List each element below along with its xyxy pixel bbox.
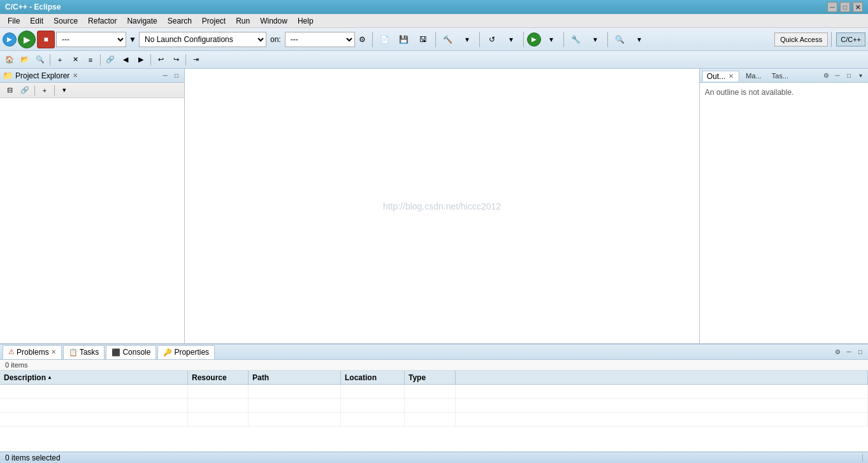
collapse-all-btn[interactable]: ⊟	[3, 83, 17, 97]
menu-edit[interactable]: Edit	[25, 15, 48, 27]
run-button[interactable]: ▶	[18, 31, 36, 48]
tasks-tab[interactable]: Tas...	[768, 71, 792, 81]
save-button[interactable]: 💾	[395, 31, 413, 48]
new-wizard-btn[interactable]: +	[38, 83, 52, 97]
stop-icon: ■	[43, 35, 48, 44]
bottom-area: ⚠ Problems ✕ 📋 Tasks ⬛ Console 🔑 Propert…	[0, 343, 868, 452]
search2-button[interactable]: 🔍	[611, 31, 629, 48]
tb2-search-btn[interactable]: 🔍	[33, 53, 47, 67]
target-dropdown[interactable]: ---	[285, 32, 355, 47]
debug-config-chevron[interactable]: ▼	[127, 31, 138, 48]
tasks-tab[interactable]: 📋 Tasks	[63, 345, 105, 359]
toolbar-separator-2	[435, 32, 436, 47]
bottom-view-menu-btn[interactable]: ⚙	[832, 347, 843, 357]
perspective-button[interactable]: C/C++	[836, 32, 865, 46]
problems-tab[interactable]: ⚠ Problems ✕	[3, 345, 62, 359]
outline-menu-btn[interactable]: ▾	[855, 71, 865, 81]
table-row	[0, 413, 868, 427]
target-settings-button[interactable]: ⚙	[356, 31, 369, 48]
panel-minimize-btn[interactable]: ─	[160, 71, 170, 81]
menu-run[interactable]: Run	[231, 15, 255, 27]
build-button[interactable]: 🔨	[439, 31, 457, 48]
debug-icon: ▶	[7, 36, 12, 43]
console-tab[interactable]: ⬛ Console	[106, 345, 156, 359]
markers-tab[interactable]: Ma...	[742, 71, 765, 81]
tb2-delete-btn[interactable]: ✕	[68, 53, 82, 67]
project-explorer-content	[0, 98, 184, 343]
outline-maximize-btn[interactable]: □	[844, 71, 854, 81]
toolbar2: 🏠 📂 🔍 + ✕ ≡ 🔗 ◀ ▶ ↩ ↪ ⇥	[0, 51, 868, 69]
save-all-button[interactable]: 🖫	[414, 31, 432, 48]
menu-navigate[interactable]: Navigate	[122, 15, 162, 27]
menu-project[interactable]: Project	[197, 15, 231, 27]
right-panel: Out... ✕ Ma... Tas... ⚙ ─ □ ▾ An outline…	[699, 69, 868, 343]
refresh-dropdown[interactable]: ▾	[502, 31, 520, 48]
problems-tab-close[interactable]: ✕	[51, 348, 56, 355]
outline-message: An outline is not available.	[705, 88, 793, 97]
tb2-last-btn[interactable]: ⇥	[189, 53, 203, 67]
close-button[interactable]: ✕	[853, 2, 863, 12]
bottom-maximize-btn[interactable]: □	[855, 347, 865, 357]
toolbar-separator-5	[563, 32, 564, 47]
project-explorer-close[interactable]: ✕	[71, 72, 79, 79]
properties-tab[interactable]: 🔑 Properties	[157, 345, 215, 359]
main-toolbar: ▶ ▶ ■ --- ▼ No Launch Configurations on:…	[0, 28, 868, 51]
status-right	[862, 454, 863, 462]
search-dropdown[interactable]: ▾	[630, 31, 648, 48]
outline-minimize-btn[interactable]: ─	[832, 71, 843, 81]
quick-access-button[interactable]: Quick Access	[774, 32, 828, 46]
external-dropdown[interactable]: ▾	[586, 31, 604, 48]
tb2-fwd-btn[interactable]: ↪	[169, 53, 183, 67]
outline-tab[interactable]: Out... ✕	[702, 71, 739, 82]
col-location[interactable]: Location	[341, 371, 405, 384]
outline-tab-close[interactable]: ✕	[727, 73, 735, 80]
col-resource[interactable]: Resource	[188, 371, 249, 384]
bottom-minimize-btn[interactable]: ─	[844, 347, 854, 357]
project-explorer-icon: 📁	[3, 71, 13, 80]
debug-config-dropdown[interactable]: ---	[56, 32, 126, 47]
problems-tab-label: Problems	[17, 348, 49, 357]
tb2-link-btn[interactable]: 🔗	[103, 53, 117, 67]
run-dropdown[interactable]: ▾	[542, 31, 560, 48]
tb2-open-btn[interactable]: 📂	[18, 53, 32, 67]
link-editor-btn[interactable]: 🔗	[18, 83, 32, 97]
panel-maximize-btn[interactable]: □	[171, 71, 182, 81]
menu-window[interactable]: Window	[255, 15, 293, 27]
tb2-next-btn[interactable]: ▶	[134, 53, 148, 67]
col-description[interactable]: Description ▲	[0, 371, 188, 384]
tb2-properties-btn[interactable]: ≡	[83, 53, 98, 67]
col-path[interactable]: Path	[249, 371, 341, 384]
status-separator	[862, 454, 863, 462]
editor-area[interactable]: http://blog.csdn.net/hiccc2012	[185, 69, 699, 343]
menu-search[interactable]: Search	[163, 15, 197, 27]
outline-settings-btn[interactable]: ⚙	[821, 71, 831, 81]
outline-header-actions: ⚙ ─ □ ▾	[821, 71, 865, 81]
run2-button[interactable]: ▶	[527, 32, 541, 46]
tb2-prev-btn[interactable]: ◀	[119, 53, 133, 67]
col-type[interactable]: Type	[405, 371, 456, 384]
tb2-new-btn[interactable]: +	[53, 53, 67, 67]
tb2-back-btn[interactable]: ↩	[154, 53, 168, 67]
build-dropdown[interactable]: ▾	[458, 31, 476, 48]
new-button[interactable]: 📄	[376, 31, 394, 48]
menu-help[interactable]: Help	[293, 15, 319, 27]
launch-config-dropdown[interactable]: No Launch Configurations	[139, 32, 266, 47]
maximize-button[interactable]: □	[840, 2, 850, 12]
toolbar-separator-1	[372, 32, 373, 47]
minimize-button[interactable]: ─	[827, 2, 837, 12]
stop-button[interactable]: ■	[37, 31, 55, 48]
menu-source[interactable]: Source	[48, 15, 83, 27]
external-tools-button[interactable]: 🔧	[567, 31, 585, 48]
menu-file[interactable]: File	[3, 15, 25, 27]
properties-tab-label: Properties	[174, 348, 209, 357]
debug-button[interactable]: ▶	[3, 32, 17, 46]
view-menu-btn[interactable]: ▾	[57, 83, 71, 97]
status-text: 0 items selected	[5, 453, 61, 462]
watermark-text: http://blog.csdn.net/hiccc2012	[383, 201, 501, 211]
tb2-project-btn[interactable]: 🏠	[3, 53, 17, 67]
refresh-button[interactable]: ↺	[483, 31, 501, 48]
panel-toolbar: ⊟ 🔗 + ▾	[0, 83, 184, 98]
project-explorer-header: 📁 Project Explorer ✕ ─ □	[0, 69, 184, 83]
main-area: 📁 Project Explorer ✕ ─ □ ⊟ 🔗 + ▾	[0, 69, 868, 452]
menu-refactor[interactable]: Refactor	[83, 15, 122, 27]
